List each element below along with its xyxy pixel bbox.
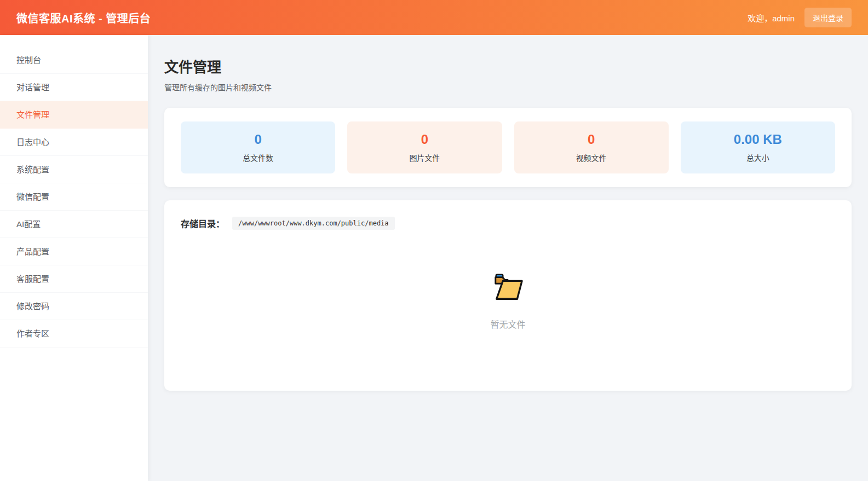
storage-row: 存储目录： /www/wwwroot/www.dkym.com/public/m…	[181, 217, 835, 230]
main-content: 文件管理 管理所有缓存的图片和视频文件 0总文件数0图片文件0视频文件0.00 …	[148, 35, 868, 481]
sidebar-item-console[interactable]: 控制台	[0, 47, 148, 74]
sidebar-item-service-config[interactable]: 客服配置	[0, 265, 148, 293]
sidebar-item-files[interactable]: 文件管理	[0, 101, 148, 129]
empty-text: 暂无文件	[490, 317, 525, 331]
sidebar-item-author-zone[interactable]: 作者专区	[0, 320, 148, 347]
storage-dir-label: 存储目录：	[181, 217, 225, 230]
body-row: 控制台对话管理文件管理日志中心系统配置微信配置AI配置产品配置客服配置修改密码作…	[0, 35, 868, 481]
stat-label: 图片文件	[409, 152, 440, 163]
storage-path-value: /www/wwwroot/www.dkym.com/public/media	[232, 217, 395, 230]
stat-card-image-files: 0图片文件	[347, 121, 502, 173]
sidebar-item-system-config[interactable]: 系统配置	[0, 156, 148, 183]
files-card: 存储目录： /www/wwwroot/www.dkym.com/public/m…	[164, 200, 852, 391]
stats-card: 0总文件数0图片文件0视频文件0.00 KB总大小	[164, 108, 852, 187]
sidebar-item-ai-config[interactable]: AI配置	[0, 211, 148, 238]
app-title: 微信客服AI系统 - 管理后台	[16, 10, 151, 26]
stat-card-total-size: 0.00 KB总大小	[681, 121, 835, 173]
sidebar-item-logs[interactable]: 日志中心	[0, 129, 148, 156]
header-right: 欢迎，admin 退出登录	[748, 8, 852, 27]
stat-card-total-files: 0总文件数	[181, 121, 335, 173]
empty-state: 暂无文件	[181, 230, 835, 374]
sidebar-item-product-config[interactable]: 产品配置	[0, 238, 148, 265]
logout-button[interactable]: 退出登录	[804, 8, 852, 27]
page-subtitle: 管理所有缓存的图片和视频文件	[164, 82, 852, 92]
stat-value: 0	[254, 132, 261, 147]
stat-value: 0	[588, 132, 595, 147]
stat-label: 总文件数	[243, 152, 273, 163]
stat-label: 视频文件	[576, 152, 607, 163]
stat-card-video-files: 0视频文件	[514, 121, 669, 173]
welcome-text: 欢迎，admin	[748, 12, 795, 24]
open-folder-icon	[492, 273, 524, 302]
stat-label: 总大小	[746, 152, 769, 163]
stat-value: 0	[421, 132, 428, 147]
sidebar: 控制台对话管理文件管理日志中心系统配置微信配置AI配置产品配置客服配置修改密码作…	[0, 35, 148, 481]
sidebar-item-change-password[interactable]: 修改密码	[0, 293, 148, 320]
stat-value: 0.00 KB	[734, 132, 782, 147]
sidebar-item-conversations[interactable]: 对话管理	[0, 74, 148, 101]
app-header: 微信客服AI系统 - 管理后台 欢迎，admin 退出登录	[0, 0, 868, 35]
page-title: 文件管理	[164, 56, 852, 76]
sidebar-item-wechat-config[interactable]: 微信配置	[0, 183, 148, 211]
